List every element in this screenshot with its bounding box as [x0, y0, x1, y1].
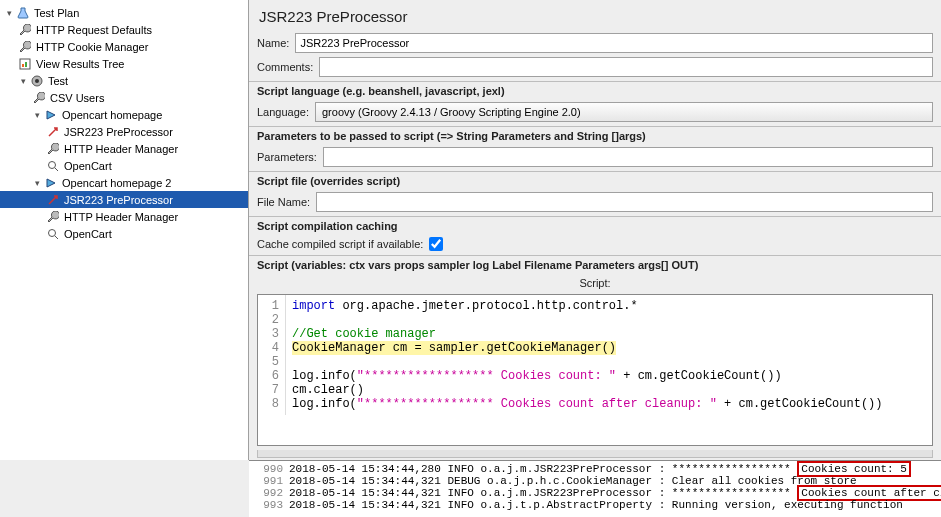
preprocessor-icon: [46, 125, 60, 139]
tree-label: View Results Tree: [36, 58, 124, 70]
tree-item-opencart-1[interactable]: OpenCart: [0, 157, 248, 174]
params-label: Parameters:: [257, 151, 317, 163]
language-select[interactable]: groovy (Groovy 2.4.13 / Groovy Scripting…: [315, 102, 933, 122]
collapse-icon[interactable]: ▾: [32, 110, 42, 120]
tree-label: HTTP Header Manager: [64, 211, 178, 223]
wrench-icon: [32, 91, 46, 105]
tree-root[interactable]: ▾ Test Plan: [0, 4, 248, 21]
tree-label: OpenCart: [64, 228, 112, 240]
wrench-icon: [46, 210, 60, 224]
section-language: Script language (e.g. beanshell, javascr…: [249, 81, 941, 100]
svg-rect-2: [25, 62, 27, 67]
tree-item-opencart-2[interactable]: OpenCart: [0, 225, 248, 242]
tree-item-cookie-manager[interactable]: HTTP Cookie Manager: [0, 38, 248, 55]
script-editor[interactable]: 1 2 3 4 5 6 7 8 import org.apache.jmeter…: [257, 294, 933, 446]
tree-item-test[interactable]: ▾ Test: [0, 72, 248, 89]
tree-label: JSR223 PreProcessor: [64, 194, 173, 206]
tree-item-csv-users[interactable]: CSV Users: [0, 89, 248, 106]
tree-label: JSR223 PreProcessor: [64, 126, 173, 138]
cache-checkbox[interactable]: [429, 237, 443, 251]
tree-label: Test Plan: [34, 7, 79, 19]
tree-item-header-mgr-2[interactable]: HTTP Header Manager: [0, 208, 248, 225]
wrench-icon: [46, 142, 60, 156]
results-icon: [18, 57, 32, 71]
tree-label: Opencart homepage 2: [62, 177, 171, 189]
tree-item-homepage-2[interactable]: ▾ Opencart homepage 2: [0, 174, 248, 191]
editor-code[interactable]: import org.apache.jmeter.protocol.http.c…: [286, 295, 932, 415]
tree-label: CSV Users: [50, 92, 104, 104]
tree-label: HTTP Header Manager: [64, 143, 178, 155]
tree-label: Opencart homepage: [62, 109, 162, 121]
svg-point-5: [49, 161, 56, 168]
beaker-icon: [16, 6, 30, 20]
test-plan-tree[interactable]: ▾ Test Plan HTTP Request Defaults HTTP C…: [0, 0, 249, 460]
panel-title: JSR223 PreProcessor: [249, 0, 941, 31]
language-value: groovy (Groovy 2.4.13 / Groovy Scripting…: [322, 106, 581, 118]
tree-label: HTTP Cookie Manager: [36, 41, 148, 53]
params-input[interactable]: [323, 147, 933, 167]
tree-item-http-defaults[interactable]: HTTP Request Defaults: [0, 21, 248, 38]
wrench-icon: [18, 40, 32, 54]
editor-heading: Script:: [249, 274, 941, 292]
horizontal-scrollbar[interactable]: [257, 450, 933, 458]
tree-item-jsr223-2[interactable]: JSR223 PreProcessor: [0, 191, 248, 208]
log-panel[interactable]: 9902018-05-14 15:34:44,280 INFO o.a.j.m.…: [249, 460, 941, 517]
filename-label: File Name:: [257, 196, 310, 208]
tree-item-header-mgr-1[interactable]: HTTP Header Manager: [0, 140, 248, 157]
log-line: 9922018-05-14 15:34:44,321 INFO o.a.j.m.…: [255, 487, 935, 499]
tree-item-homepage-1[interactable]: ▾ Opencart homepage: [0, 106, 248, 123]
section-file: Script file (overrides script): [249, 171, 941, 190]
tree-item-view-results[interactable]: View Results Tree: [0, 55, 248, 72]
sampler-icon: [44, 108, 58, 122]
name-label: Name:: [257, 37, 289, 49]
svg-point-4: [35, 79, 39, 83]
tree-item-jsr223-1[interactable]: JSR223 PreProcessor: [0, 123, 248, 140]
section-script: Script (variables: ctx vars props sample…: [249, 255, 941, 274]
section-params: Parameters to be passed to script (=> St…: [249, 126, 941, 145]
collapse-icon[interactable]: ▾: [32, 178, 42, 188]
log-line: 9902018-05-14 15:34:44,280 INFO o.a.j.m.…: [255, 463, 935, 475]
sampler-icon: [44, 176, 58, 190]
filename-input[interactable]: [316, 192, 933, 212]
config-panel: JSR223 PreProcessor Name: Comments: Scri…: [249, 0, 941, 460]
comments-input[interactable]: [319, 57, 933, 77]
editor-gutter: 1 2 3 4 5 6 7 8: [258, 295, 286, 415]
tree-label: Test: [48, 75, 68, 87]
collapse-icon[interactable]: ▾: [18, 76, 28, 86]
wrench-icon: [18, 23, 32, 37]
log-line: 9932018-05-14 15:34:44,321 INFO o.a.j.t.…: [255, 499, 935, 511]
collapse-icon[interactable]: ▾: [4, 8, 14, 18]
language-label: Language:: [257, 106, 309, 118]
thread-group-icon: [30, 74, 44, 88]
magnifier-icon: [46, 227, 60, 241]
name-input[interactable]: [295, 33, 933, 53]
preprocessor-icon: [46, 193, 60, 207]
tree-label: OpenCart: [64, 160, 112, 172]
svg-rect-1: [22, 64, 24, 67]
comments-label: Comments:: [257, 61, 313, 73]
cache-label: Cache compiled script if available:: [257, 238, 423, 250]
section-cache: Script compilation caching: [249, 216, 941, 235]
magnifier-icon: [46, 159, 60, 173]
tree-label: HTTP Request Defaults: [36, 24, 152, 36]
svg-point-6: [49, 229, 56, 236]
